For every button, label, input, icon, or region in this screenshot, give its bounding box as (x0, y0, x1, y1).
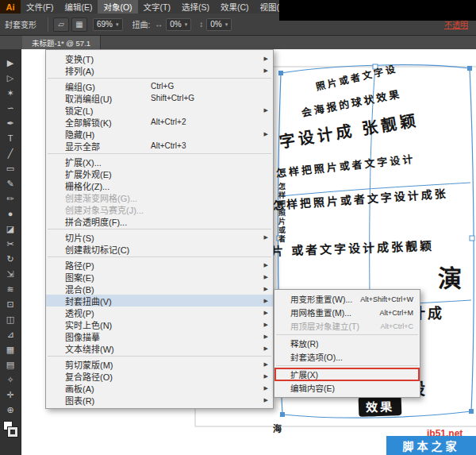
mesh-handle[interactable] (467, 66, 472, 71)
menu-separator (276, 334, 418, 335)
vertical-distort-icon: ↕ (199, 20, 203, 29)
mesh-handle[interactable] (469, 409, 474, 414)
chevron-down-icon: ▾ (116, 21, 119, 28)
zoom-tool[interactable]: ⊕ (0, 403, 21, 418)
menu-item-flatten-transparency[interactable]: 拼合透明度(F)... (46, 215, 273, 227)
color-wells[interactable] (2, 421, 18, 438)
menu-item-label: 隐藏(H) (65, 128, 151, 141)
menubar-item-effect[interactable]: 效果(C) (215, 0, 255, 13)
mesh-handle[interactable] (280, 412, 285, 417)
bend-field[interactable]: 69% ▾ (93, 18, 123, 31)
stroke-color-swatch[interactable] (8, 427, 17, 437)
menu-item-envelope-distort[interactable]: 封套扭曲(V) ▶ (46, 295, 273, 307)
chevron-right-icon: ▶ (257, 345, 268, 352)
width-tool[interactable]: ≋ (0, 282, 21, 297)
magic-wand-tool[interactable]: ✶ (0, 86, 21, 101)
menu-item-shortcut: Ctrl+G (151, 82, 257, 91)
menu-item-pattern[interactable]: 图案(E) ▶ (46, 271, 273, 283)
free-transform-tool[interactable]: ⊡ (0, 297, 21, 312)
hand-tool[interactable]: ✛ (0, 388, 21, 403)
menu-item-slice[interactable]: 切片(S) ▶ (46, 231, 273, 243)
type-tool[interactable]: T (0, 131, 21, 146)
horizontal-distort-field[interactable]: 0% ▾ (166, 18, 191, 31)
menu-item-label: 创建渐变网格(G)... (65, 191, 151, 204)
menu-item-perspective[interactable]: 透视(P) ▶ (46, 307, 273, 318)
control-bar-title: 封套变形 (5, 18, 36, 30)
edit-envelope-button[interactable]: ▱ (53, 17, 69, 32)
effect-tag: 效果 (359, 395, 402, 417)
blob-brush-tool[interactable]: ● (0, 206, 21, 222)
warped-text: 怎样把照片或者文字设计成张 (272, 185, 448, 213)
shape-builder-tool[interactable]: ◫ (0, 312, 21, 327)
menu-item-group[interactable]: 编组(G) Ctrl+G (46, 80, 273, 92)
menu-item-expand-appearance[interactable]: 扩展外观(E) (46, 168, 273, 179)
scissors-tool[interactable]: ✂ (0, 237, 21, 252)
vertical-distort-field[interactable]: 0% ▾ (206, 18, 232, 31)
menu-item-lock[interactable]: 锁定(L) ▶ (46, 104, 273, 116)
rotate-tool[interactable]: ↻ (0, 252, 21, 267)
menubar-item-edit[interactable]: 编辑(E) (59, 0, 98, 13)
chevron-right-icon: ▶ (257, 322, 268, 328)
menu-item-show-all[interactable]: 显示全部 Alt+Ctrl+3 (46, 140, 273, 152)
menu-item-transform[interactable]: 变换(T) ▶ (46, 52, 273, 64)
menu-item-artboards[interactable]: 画板(A) ▶ (46, 382, 273, 394)
selection-tool[interactable]: ▶ (0, 56, 21, 71)
menu-item-arrange[interactable]: 排列(A) ▶ (46, 64, 273, 76)
menubar-item-object[interactable]: 对象(O) (98, 0, 137, 13)
menubar-item-type[interactable]: 文字(T) (138, 0, 176, 13)
menubar-item-select[interactable]: 选择(S) (176, 0, 215, 13)
mesh-handle[interactable] (470, 236, 474, 241)
submenu-item-envelope-options[interactable]: 封套选项(O)... (274, 350, 420, 364)
menu-item-text-wrap[interactable]: 文本绕排(W) ▶ (46, 342, 273, 354)
menu-item-clipping-mask[interactable]: 剪切蒙版(M) ▶ (46, 358, 273, 370)
watermark-brand: 脚本之家 (403, 438, 460, 453)
menu-item-compound-path[interactable]: 复合路径(O) ▶ (46, 370, 273, 382)
menu-item-label: 路径(P) (65, 259, 151, 272)
menu-item-rasterize[interactable]: 栅格化(Z)... (46, 179, 273, 191)
object-menu-dropdown: 变换(T) ▶ 排列(A) ▶ 编组(G) Ctrl+G 取消编组(U) Shi… (45, 49, 274, 409)
submenu-item-reset-with-mesh[interactable]: 用网格重置(M)... Alt+Ctrl+M (274, 306, 420, 319)
menu-item-graph[interactable]: 图表(R) ▶ (46, 394, 273, 406)
mesh-handle[interactable] (278, 71, 283, 75)
direct-selection-tool[interactable]: ▷ (0, 71, 21, 86)
line-segment-tool[interactable]: ╱ (0, 146, 21, 161)
gradient-tool[interactable]: ▤ (0, 357, 21, 372)
submenu-item-reset-with-warp[interactable]: 用变形重置(W)... Alt+Shift+Ctrl+W (274, 292, 420, 306)
menu-item-label: 画板(A) (65, 382, 151, 395)
watermark-banner: 脚本之家 (386, 436, 476, 455)
mesh-tool[interactable]: ▦ (0, 342, 21, 357)
submenu-item-expand[interactable]: 扩展(X) (274, 368, 420, 381)
menu-item-live-paint[interactable]: 实时上色(N) ▶ (46, 318, 273, 330)
menu-item-hide[interactable]: 隐藏(H) ▶ (46, 128, 273, 140)
lasso-tool[interactable]: ∽ (0, 101, 21, 116)
app-logo[interactable]: Ai (0, 0, 21, 13)
perspective-grid-tool[interactable]: ⊿ (0, 327, 21, 342)
menu-item-label: 剪切蒙版(M) (65, 358, 151, 371)
menu-item-path[interactable]: 路径(P) ▶ (46, 259, 273, 271)
submenu-item-release[interactable]: 释放(R) (274, 337, 420, 350)
document-tab[interactable]: 未标题-1* @ 57.1 (22, 36, 101, 49)
pen-tool[interactable]: ✒ (0, 116, 21, 131)
menubar-item-file[interactable]: 文件(F) (21, 0, 59, 13)
menu-item-unlock-all[interactable]: 全部解锁(K) Alt+Ctrl+2 (46, 116, 273, 128)
menu-item-blend[interactable]: 混合(B) ▶ (46, 283, 273, 295)
divider (48, 17, 48, 32)
menu-separator (48, 256, 271, 257)
rectangle-tool[interactable]: ▭ (0, 161, 21, 176)
menu-item-image-trace[interactable]: 图像描摹 ▶ (46, 330, 273, 342)
paintbrush-tool[interactable]: ✎ (0, 176, 21, 191)
menu-item-create-trim-marks[interactable]: 创建裁切标记(C) (46, 243, 273, 255)
menu-item-ungroup[interactable]: 取消编组(U) Shift+Ctrl+G (46, 92, 273, 104)
eyedropper-tool[interactable]: ✧ (0, 372, 21, 388)
menu-item-label: 图表(R) (65, 394, 151, 407)
scale-tool[interactable]: ⇲ (0, 267, 21, 282)
menu-item-label: 编辑内容(E) (290, 382, 335, 394)
pencil-tool[interactable]: ✏ (0, 191, 21, 206)
eraser-tool[interactable]: ◪ (0, 222, 21, 237)
chevron-right-icon: ▶ (257, 274, 268, 280)
edit-contents-button[interactable]: ▦ (71, 17, 87, 32)
chevron-down-icon: ▾ (225, 21, 228, 28)
menu-item-expand[interactable]: 扩展(X)... (46, 156, 273, 168)
menu-item-label: 变换(T) (65, 52, 151, 65)
submenu-item-edit-contents[interactable]: 编辑内容(E) (274, 381, 420, 395)
